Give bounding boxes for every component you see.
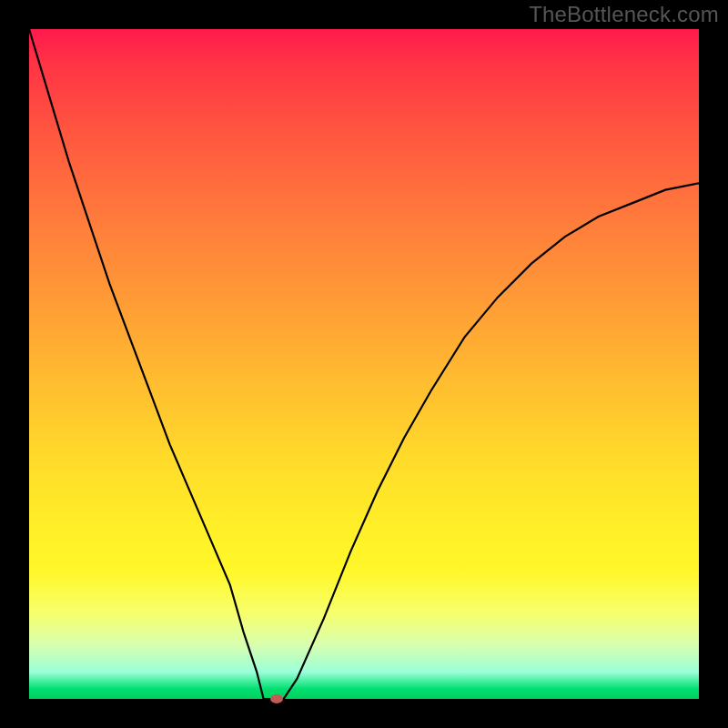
optimum-marker	[270, 694, 283, 703]
watermark-text: TheBottleneck.com	[529, 2, 719, 27]
plot-area	[29, 29, 699, 699]
bottleneck-curve	[29, 29, 699, 699]
chart-container: TheBottleneck.com	[0, 0, 728, 728]
